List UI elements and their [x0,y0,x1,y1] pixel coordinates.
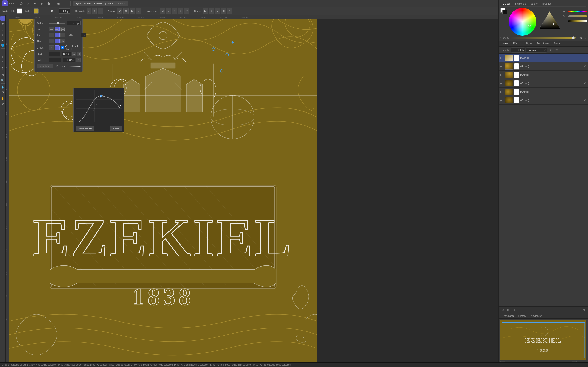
snap-btn-3[interactable]: ⊙ [215,8,220,14]
document-tab[interactable]: Sylvain Pfister - Ezekiel Toy Store (88.… [73,1,128,6]
eyedropper-tool[interactable]: 💧 [0,85,5,89]
hand-tool[interactable]: ✋ [0,96,5,101]
align-center-btn[interactable]: ⊃ [55,39,60,43]
brush-tool[interactable]: 🖌 [0,38,5,42]
menubar-icon-2[interactable]: ↗ [25,1,31,6]
polygon-tool[interactable]: △ [0,60,5,64]
menubar-icon-3[interactable]: ✦ [32,1,38,6]
tab-stroke[interactable]: Stroke [528,1,540,6]
duplicate-layer-icon[interactable]: ⊞ [506,308,510,312]
stroke-color-box[interactable] [34,8,39,14]
app-logo[interactable]: A [2,0,8,6]
tab-colour[interactable]: Colour [501,1,512,6]
expand-icon-6[interactable]: ▶ [501,99,503,102]
select-tool[interactable]: ↖ [0,16,5,21]
transform-btn-4[interactable]: ↻ [178,8,183,14]
order-btn-2[interactable]: ↓ [55,45,60,50]
tab-brushes[interactable]: Brushes [540,1,554,6]
convert-btn-2[interactable]: ⤴ [92,8,97,14]
join-round-btn[interactable]: ⌒ [55,33,60,37]
width-slider[interactable] [49,23,65,24]
cap-square-btn[interactable]: ]—[ [61,27,65,31]
width-input[interactable]: 7.7 pt [67,21,81,25]
start-end-btn[interactable]: ⊣ [77,52,81,56]
snap-btn-5[interactable]: ✦ [227,8,233,14]
app-menu-dots[interactable] [9,3,14,4]
expand-icon-5[interactable]: ▶ [501,91,503,93]
tab-swatches[interactable]: Swatches [512,1,528,6]
close-tab-icon[interactable]: × [124,2,125,5]
order-btn-1[interactable]: ↑ [49,45,54,50]
pressure-mini-curve[interactable] [69,66,81,67]
canvas-area[interactable]: EZEKIEL 1838 [9,19,317,362]
layer-item-group-4[interactable]: ▶ (Group) ✓ [499,88,588,96]
snap-btn-1[interactable]: ⊡ [203,8,208,14]
layer-visible-2[interactable]: ✓ [584,65,586,68]
layer-visible-3[interactable]: ✓ [584,73,586,76]
layers-tab-stock[interactable]: Stock [552,41,562,46]
menubar-icon-5[interactable]: ⬟ [46,1,52,6]
layer-item-curve[interactable]: ▶ (Curve) ✓ [499,54,588,62]
expand-icon-2[interactable]: ▶ [501,65,503,68]
black-swatch[interactable] [502,10,507,15]
expand-icon-1[interactable]: ▶ [501,57,503,59]
layers-tab-layers[interactable]: Layers [499,41,511,46]
scale-checkbox[interactable] [61,46,64,49]
align-outer-btn[interactable]: ⊇ [61,39,65,43]
menubar-icon-1[interactable]: ⬡ [18,1,24,6]
transform-btn-1[interactable]: ⊠ [160,8,165,14]
action-btn-1[interactable]: ⊕ [117,8,122,14]
layer-item-group-5[interactable]: ▶ (Group) ✓ [499,96,588,105]
menubar-icon-6[interactable]: ◉ [56,1,61,6]
pencil-tool[interactable]: ✏ [0,33,5,37]
delete-layer-icon[interactable]: 🗑 [582,308,586,312]
snap-btn-2[interactable]: ◈ [209,8,214,14]
paint-bucket-tool[interactable]: 🪣 [0,43,5,48]
layer-visible-6[interactable]: ✓ [584,99,586,102]
join-miter-btn[interactable]: ⌐ [49,33,54,37]
layers-tab-effects[interactable]: Effects [511,41,523,46]
shape-tool[interactable]: □ [0,50,5,54]
black-white-swatches[interactable] [501,8,507,15]
snap-btn-4[interactable]: ⊞ [221,8,226,14]
pen-tool[interactable]: ✒ [0,28,5,32]
join-bevel-btn[interactable]: ⌒ [61,33,65,37]
layer-visible-5[interactable]: ✓ [584,90,586,93]
transform-btn-2[interactable]: ○ [166,8,171,14]
crop-tool[interactable]: ⊡ [0,73,5,77]
gradient-tool[interactable]: ◑ [0,90,5,94]
layer-item-group-1[interactable]: ▶ (Group) ✓ [499,62,588,71]
layers-fx-btn[interactable]: fx [554,48,559,52]
mask-icon[interactable]: ◫ [523,308,527,312]
end-refresh-btn[interactable]: ↺ [76,58,81,62]
lightness-bar[interactable] [569,20,587,22]
bottom-tab-transform[interactable]: Transform [501,314,516,318]
layer-visible-1[interactable]: ✓ [584,56,586,59]
reset-button[interactable]: Reset [110,126,122,131]
action-btn-2[interactable]: ⊗ [123,8,129,14]
action-btn-3[interactable]: ⊞ [130,8,135,14]
layers-opacity-input[interactable]: 100 % [511,48,525,52]
start-pct[interactable]: 100 % [62,52,71,56]
hue-bar[interactable] [569,10,587,12]
navigator-preview[interactable]: EZEKIEL 1838 [501,320,586,360]
color-triangle[interactable] [538,10,561,31]
color-wheel[interactable] [509,8,536,35]
action-btn-4[interactable]: ↺ [136,8,141,14]
adjust-icon[interactable]: ⧖ [517,308,522,312]
blend-mode-select[interactable]: Normal [526,48,547,52]
opacity-slider[interactable] [510,37,576,39]
layers-settings-btn[interactable]: ⚙ [548,48,553,52]
properties-btn[interactable]: Properties... [36,64,53,68]
end-pct[interactable]: 100 % [63,58,75,62]
expand-icon-3[interactable]: ▶ [501,74,503,76]
add-layer-icon[interactable]: ⊕ [501,308,505,312]
zoom-tool[interactable]: 🔍 [0,78,5,83]
node-tool[interactable]: ◈ [0,21,5,26]
layers-tab-text-styles[interactable]: Text Styles [535,41,551,46]
pressure-curve-canvas[interactable] [74,88,124,125]
mitre-input[interactable]: 1.5 [81,33,86,37]
saturation-bar[interactable] [569,15,587,17]
zoom-canvas-tool[interactable]: ⊕ [0,101,5,106]
layers-tab-styles[interactable]: Styles [523,41,535,46]
